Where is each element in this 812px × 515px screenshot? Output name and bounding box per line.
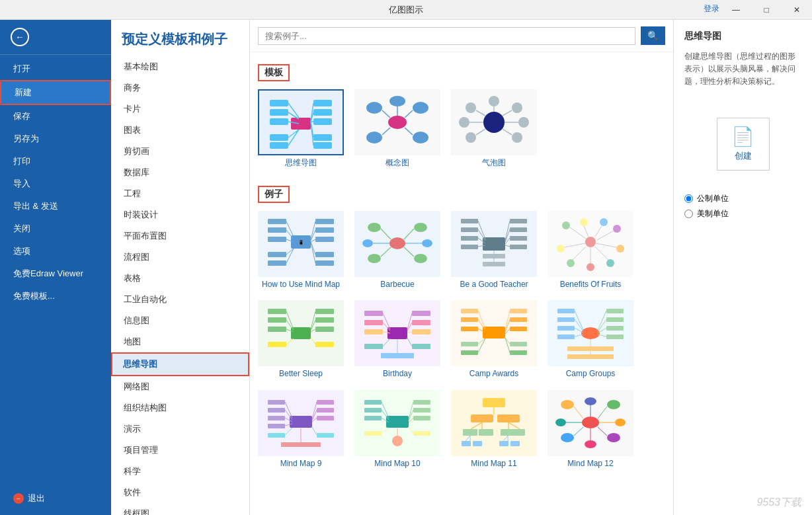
unit-radio-imperial[interactable] (684, 210, 693, 218)
search-input[interactable] (258, 27, 635, 45)
svg-rect-175 (510, 342, 527, 346)
example-name-10: Mind Map 10 (354, 459, 440, 469)
svg-rect-142 (364, 320, 383, 325)
svg-rect-95 (510, 236, 527, 241)
create-button[interactable]: 📄 创建 (717, 118, 770, 171)
svg-rect-7 (313, 100, 332, 106)
category-item-presentation[interactable]: 演示 (111, 418, 249, 440)
category-item-database[interactable]: 数据库 (111, 162, 249, 183)
example-camp-awards[interactable]: Camp Awards (451, 300, 537, 379)
svg-rect-5 (270, 118, 288, 125)
example-11[interactable]: Mind Map 11 (451, 390, 537, 469)
login-button[interactable]: 登录 (704, 3, 719, 15)
svg-rect-65 (315, 252, 334, 257)
info-description: 创建思维导图（思维过程的图形表示）以展示头脑风暴，解决问题，理性分析和决策标记。 (684, 50, 801, 89)
category-item-industrial[interactable]: 工业自动化 (111, 289, 249, 310)
category-item-map[interactable]: 地图 (111, 331, 249, 352)
sidebar-item-export[interactable]: 导出 & 发送 (0, 195, 111, 218)
svg-line-195 (598, 335, 606, 337)
svg-line-185 (575, 328, 583, 333)
svg-rect-59 (315, 237, 334, 242)
sidebar-item-save[interactable]: 保存 (0, 105, 111, 128)
unit-option-metric[interactable]: 公制单位 (684, 193, 801, 204)
category-item-infographic[interactable]: 信息图 (111, 310, 249, 331)
svg-point-78 (362, 239, 373, 247)
sidebar-item-saveas[interactable]: 另存为 (0, 128, 111, 150)
svg-rect-0 (291, 118, 311, 130)
svg-line-218 (312, 427, 317, 435)
svg-line-187 (575, 335, 583, 337)
template-mindmap[interactable]: 思维导图 (258, 89, 344, 169)
svg-rect-234 (364, 431, 382, 436)
category-item-org[interactable]: 组织结构图 (111, 397, 249, 418)
category-item-wireframe[interactable]: 线框图 (111, 503, 249, 515)
category-item-clip[interactable]: 剪切画 (111, 141, 249, 162)
search-bar: 🔍 (250, 20, 673, 52)
category-item-flowchart[interactable]: 流程图 (111, 247, 249, 268)
category-item-chart[interactable]: 图表 (111, 120, 249, 141)
sidebar-item-open[interactable]: 打开 (0, 58, 111, 80)
category-item-basic[interactable]: 基本绘图 (111, 56, 249, 77)
svg-point-72 (414, 223, 427, 232)
back-button[interactable]: ← (0, 20, 111, 55)
svg-rect-1 (270, 100, 288, 106)
example-good-teacher[interactable]: Be a Good Teacher (451, 211, 537, 290)
example-12[interactable]: Mind Map 12 (548, 390, 633, 469)
sidebar-item-options[interactable]: 选项 (0, 240, 111, 262)
example-10[interactable]: Mind Map 10 (354, 390, 440, 469)
template-bubble[interactable]: 气泡图 (451, 89, 537, 169)
example-better-sleep[interactable]: Better Sleep (258, 300, 344, 379)
sidebar-item-free-template[interactable]: 免费模板... (0, 285, 111, 307)
example-thumb-8 (548, 300, 633, 366)
svg-point-269 (555, 418, 566, 426)
svg-rect-236 (413, 431, 430, 436)
example-barbecue[interactable]: Barbecue (354, 211, 440, 290)
category-item-science[interactable]: 科学 (111, 461, 249, 482)
category-item-network[interactable]: 网络图 (111, 376, 249, 397)
example-camp-groups[interactable]: Camp Groups (548, 300, 633, 379)
svg-rect-99 (483, 254, 505, 258)
example-9[interactable]: Mind Map 9 (258, 390, 344, 469)
category-item-software[interactable]: 软件 (111, 482, 249, 503)
minimize-button[interactable]: — (721, 0, 751, 20)
sidebar-item-print[interactable]: 打印 (0, 150, 111, 173)
category-item-engineering[interactable]: 工程 (111, 183, 249, 204)
example-how-to-use[interactable]: 📱 (258, 211, 344, 290)
sidebar-item-new[interactable]: 新建 (0, 80, 111, 105)
svg-point-112 (616, 245, 624, 253)
category-item-fashion[interactable]: 时装设计 (111, 204, 249, 225)
sidebar-item-import[interactable]: 导入 (0, 173, 111, 195)
sidebar-item-exit[interactable]: − 退出 (0, 487, 111, 510)
unit-option-imperial[interactable]: 美制单位 (684, 208, 801, 219)
example-birthday[interactable]: Birthday (354, 300, 440, 379)
category-item-mindmap[interactable]: 思维导图 (111, 352, 249, 376)
svg-line-202 (285, 402, 292, 418)
sidebar-item-close[interactable]: 关闭 (0, 218, 111, 240)
category-item-floor[interactable]: 平面布置图 (111, 225, 249, 247)
examples-grid: 📱 (258, 211, 665, 469)
category-item-project[interactable]: 项目管理 (111, 440, 249, 461)
category-item-card[interactable]: 卡片 (111, 99, 249, 120)
svg-rect-200 (290, 416, 312, 428)
svg-line-216 (285, 428, 292, 435)
template-concept[interactable]: 概念图 (354, 89, 440, 169)
category-item-business[interactable]: 商务 (111, 77, 249, 99)
svg-line-210 (312, 402, 317, 419)
svg-rect-196 (567, 346, 614, 351)
templates-section-header: 模板 (258, 64, 290, 81)
example-name-1: How to Use Mind Map (258, 280, 344, 290)
svg-point-26 (366, 132, 382, 143)
svg-line-64 (286, 249, 294, 263)
svg-rect-219 (281, 442, 321, 447)
category-item-table[interactable]: 表格 (111, 268, 249, 289)
sidebar-item-viewer[interactable]: 免费Edraw Viewer (0, 262, 111, 285)
maximize-button[interactable]: □ (751, 0, 782, 20)
svg-rect-184 (557, 326, 575, 331)
example-fruits[interactable]: Benefits Of Fruits (548, 211, 633, 290)
svg-rect-101 (483, 262, 505, 266)
unit-radio-metric[interactable] (684, 194, 693, 203)
search-button[interactable]: 🔍 (641, 26, 665, 45)
svg-rect-152 (364, 344, 383, 349)
close-button[interactable]: ✕ (782, 0, 812, 20)
svg-rect-211 (317, 408, 334, 413)
